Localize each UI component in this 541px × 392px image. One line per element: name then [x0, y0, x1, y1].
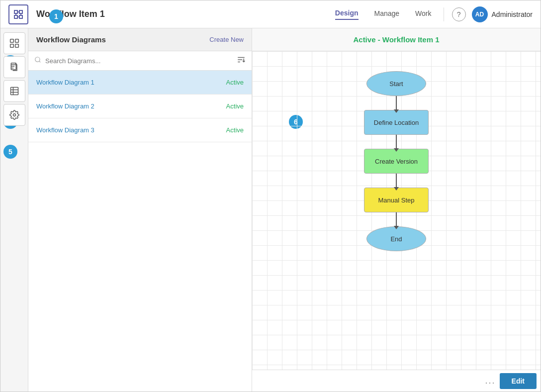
arrow-4: [396, 212, 397, 226]
node-start: Start: [366, 71, 426, 96]
edit-button[interactable]: Edit: [500, 373, 537, 389]
diagram-name-1: Workflow Diagram 1: [36, 79, 94, 86]
diagram-item-1[interactable]: Workflow Diagram 1 Active: [28, 71, 252, 95]
header-nav: Design Manage Work: [335, 9, 432, 20]
badge-5: 5: [3, 145, 17, 159]
diagram-item-2[interactable]: Workflow Diagram 2 Active: [28, 95, 252, 118]
node-define-location: Define Location: [364, 110, 429, 135]
create-new-button[interactable]: Create New: [209, 36, 244, 43]
main-content: Workflow Diagrams Create New: [0, 28, 541, 392]
diagram-item-3[interactable]: Workflow Diagram 3 Active: [28, 118, 252, 142]
header: Workflow Item 1 Design Manage Work ? AD …: [0, 0, 541, 28]
app-logo[interactable]: [8, 4, 28, 24]
nav-work[interactable]: Work: [415, 9, 431, 19]
sidebar-icon-document[interactable]: [3, 56, 25, 78]
panel-header: Workflow Diagrams Create New: [28, 28, 252, 51]
canvas-title: Active - Workflow Item 1: [262, 35, 531, 44]
node-end: End: [366, 226, 426, 251]
search-input[interactable]: [45, 57, 233, 65]
sidebar-icon-diagram[interactable]: [3, 32, 25, 54]
diagram-status-2: Active: [226, 102, 244, 110]
sidebar-icon-settings[interactable]: [3, 104, 25, 126]
canvas-footer: ... Edit: [252, 370, 541, 392]
diagram-list: Workflow Diagram 1 Active Workflow Diagr…: [28, 71, 252, 392]
diagram-status-3: Active: [226, 126, 244, 134]
arrow-2: [396, 135, 397, 149]
svg-rect-5: [10, 88, 18, 95]
icon-sidebar: [0, 28, 28, 392]
svg-point-9: [13, 114, 15, 116]
svg-rect-1: [15, 39, 18, 43]
canvas-header: Active - Workflow Item 1: [252, 28, 541, 51]
svg-rect-2: [10, 44, 13, 48]
canvas-area: Active - Workflow Item 1 Start Define Lo…: [252, 28, 541, 392]
svg-line-11: [39, 61, 41, 63]
app-container: 1 2 3 4 5 6 Workflow Item 1 Design Manag…: [0, 0, 541, 392]
arrow-3: [396, 174, 397, 188]
diagram-status-1: Active: [226, 79, 244, 86]
workflow-diagram: Start Define Location Create Version Man…: [364, 71, 429, 251]
nav-manage[interactable]: Manage: [374, 9, 400, 19]
svg-rect-3: [15, 44, 18, 48]
svg-rect-0: [10, 39, 13, 43]
diagram-panel: Workflow Diagrams Create New: [28, 28, 252, 392]
help-button[interactable]: ?: [452, 7, 466, 21]
node-manual-step: Manual Step: [364, 188, 429, 212]
nav-design[interactable]: Design: [335, 9, 359, 20]
canvas-content[interactable]: Start Define Location Create Version Man…: [252, 51, 541, 370]
node-create-version: Create Version: [364, 149, 429, 174]
svg-point-10: [35, 57, 40, 62]
sidebar-icon-list[interactable]: [3, 80, 25, 102]
diagram-name-3: Workflow Diagram 3: [36, 126, 94, 134]
panel-title: Workflow Diagrams: [36, 35, 106, 44]
more-options-button[interactable]: ...: [485, 376, 496, 386]
header-title: Workflow Item 1: [36, 9, 335, 19]
user-name: Administrator: [492, 10, 533, 18]
search-bar: [28, 51, 252, 71]
sort-icon[interactable]: [237, 55, 246, 66]
header-divider: [444, 7, 444, 21]
badge-1: 1: [49, 9, 63, 23]
user-avatar: AD: [472, 6, 488, 22]
search-icon: [34, 56, 41, 65]
arrow-1: [396, 96, 397, 110]
diagram-name-2: Workflow Diagram 2: [36, 102, 94, 110]
